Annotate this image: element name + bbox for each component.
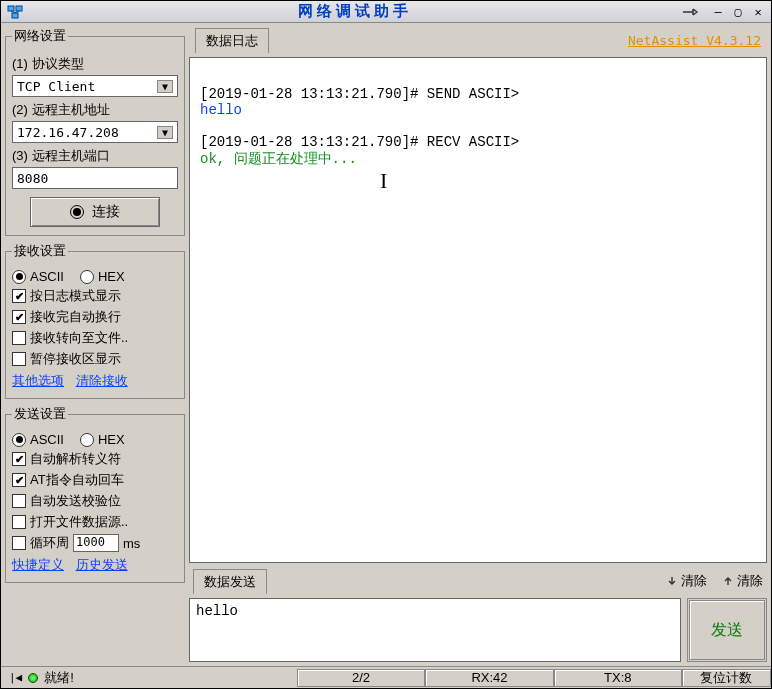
send-opt1-label: 自动解析转义符 xyxy=(30,450,121,468)
send-cycle-check[interactable] xyxy=(12,536,26,550)
cycle-input[interactable]: 1000 xyxy=(73,534,119,552)
cycle-label: 循环周 xyxy=(30,534,69,552)
recv-opt1-label: 按日志模式显示 xyxy=(30,287,121,305)
send-hex-label: HEX xyxy=(98,432,125,447)
app-window: 网络调试助手 — ▢ ✕ 网络设置 (1) 协议类型 TCP Client ▼ … xyxy=(0,0,772,689)
chevron-down-icon: ▼ xyxy=(157,126,173,139)
app-icon xyxy=(1,5,29,19)
port-label: (3) 远程主机端口 xyxy=(12,147,178,165)
send-opt2-label: AT指令自动回车 xyxy=(30,471,124,489)
port-input[interactable]: 8080 xyxy=(12,167,178,189)
recv-ascii-label: ASCII xyxy=(30,269,64,284)
svg-rect-1 xyxy=(16,6,22,11)
port-value: 8080 xyxy=(17,171,48,186)
host-select[interactable]: 172.16.47.208 ▼ xyxy=(12,121,178,143)
log-tab[interactable]: 数据日志 xyxy=(195,28,269,53)
log-area[interactable]: [2019-01-28 13:13:21.790]# SEND ASCII> h… xyxy=(189,57,767,563)
titlebar: 网络调试助手 — ▢ ✕ xyxy=(1,1,771,23)
send-button[interactable]: 发送 xyxy=(687,598,767,662)
network-settings-group: 网络设置 (1) 协议类型 TCP Client ▼ (2) 远程主机地址 17… xyxy=(5,27,185,236)
clear1-label: 清除 xyxy=(681,572,707,590)
send-opt3-label: 自动发送校验位 xyxy=(30,492,121,510)
close-button[interactable]: ✕ xyxy=(749,4,767,20)
window-title: 网络调试助手 xyxy=(29,2,681,21)
recv-tofile-check[interactable] xyxy=(12,331,26,345)
recv-settings-legend: 接收设置 xyxy=(12,242,68,260)
send-settings-group: 发送设置 ASCII HEX 自动解析转义符 AT指令自动回车 自动发送校验位 … xyxy=(5,405,185,583)
ready-label: 就绪! xyxy=(44,669,74,687)
svg-rect-0 xyxy=(8,6,14,11)
recv-clear-link[interactable]: 清除接收 xyxy=(76,373,128,388)
send-history-link[interactable]: 历史发送 xyxy=(76,557,128,572)
reset-counter-button[interactable]: 复位计数 xyxy=(682,669,771,687)
send-tab[interactable]: 数据发送 xyxy=(193,569,267,594)
version-link[interactable]: NetAssist V4.3.12 xyxy=(628,33,761,48)
maximize-button[interactable]: ▢ xyxy=(729,4,747,20)
log-recv-data: ok, 问题正在处理中... xyxy=(200,151,357,167)
recv-settings-group: 接收设置 ASCII HEX 按日志模式显示 接收完自动换行 接收转向至文件..… xyxy=(5,242,185,399)
pin-icon[interactable] xyxy=(681,5,699,19)
host-value: 172.16.47.208 xyxy=(17,125,119,140)
clear-up-button[interactable]: 清除 xyxy=(721,572,763,590)
right-panel: 数据日志 NetAssist V4.3.12 [2019-01-28 13:13… xyxy=(189,27,767,662)
log-send-data: hello xyxy=(200,102,242,118)
recv-logmode-check[interactable] xyxy=(12,289,26,303)
send-atcr-check[interactable] xyxy=(12,473,26,487)
send-hex-radio[interactable] xyxy=(80,433,94,447)
status-tx: TX:8 xyxy=(554,669,682,687)
recv-pause-check[interactable] xyxy=(12,352,26,366)
text-cursor-icon: I xyxy=(380,168,390,194)
arrow-down-icon xyxy=(665,575,679,587)
connect-button[interactable]: 连接 xyxy=(30,197,160,227)
send-checksum-check[interactable] xyxy=(12,494,26,508)
send-shortcut-link[interactable]: 快捷定义 xyxy=(12,557,64,572)
recv-autowrap-check[interactable] xyxy=(12,310,26,324)
host-label: (2) 远程主机地址 xyxy=(12,101,178,119)
left-panel: 网络设置 (1) 协议类型 TCP Client ▼ (2) 远程主机地址 17… xyxy=(5,27,185,662)
chevron-down-icon: ▼ xyxy=(157,80,173,93)
clear2-label: 清除 xyxy=(737,572,763,590)
status-bar: |◀ 就绪! 2/2 RX:42 TX:8 复位计数 xyxy=(1,666,771,688)
log-recv-header: [2019-01-28 13:13:21.790]# RECV ASCII> xyxy=(200,134,519,150)
send-input[interactable]: hello xyxy=(189,598,681,662)
send-escape-check[interactable] xyxy=(12,452,26,466)
svg-rect-2 xyxy=(12,13,18,18)
recv-other-link[interactable]: 其他选项 xyxy=(12,373,64,388)
arrow-up-icon xyxy=(721,575,735,587)
clear-down-button[interactable]: 清除 xyxy=(665,572,707,590)
protocol-label: (1) 协议类型 xyxy=(12,55,178,73)
connect-label: 连接 xyxy=(92,203,120,221)
send-openfile-check[interactable] xyxy=(12,515,26,529)
protocol-value: TCP Client xyxy=(17,79,95,94)
protocol-select[interactable]: TCP Client ▼ xyxy=(12,75,178,97)
status-counter: 2/2 xyxy=(297,669,425,687)
cycle-unit: ms xyxy=(123,536,140,551)
send-ascii-radio[interactable] xyxy=(12,433,26,447)
recv-opt2-label: 接收完自动换行 xyxy=(30,308,121,326)
send-settings-legend: 发送设置 xyxy=(12,405,68,423)
recv-hex-radio[interactable] xyxy=(80,270,94,284)
recv-opt3-label: 接收转向至文件.. xyxy=(30,329,128,347)
send-opt4-label: 打开文件数据源.. xyxy=(30,513,128,531)
status-dot-icon xyxy=(70,205,84,219)
network-settings-legend: 网络设置 xyxy=(12,27,68,45)
recv-ascii-radio[interactable] xyxy=(12,270,26,284)
collapse-icon[interactable]: |◀ xyxy=(9,671,22,684)
ready-dot-icon xyxy=(28,673,38,683)
send-ascii-label: ASCII xyxy=(30,432,64,447)
minimize-button[interactable]: — xyxy=(709,4,727,20)
recv-opt4-label: 暂停接收区显示 xyxy=(30,350,121,368)
status-rx: RX:42 xyxy=(425,669,553,687)
log-send-header: [2019-01-28 13:13:21.790]# SEND ASCII> xyxy=(200,86,519,102)
recv-hex-label: HEX xyxy=(98,269,125,284)
